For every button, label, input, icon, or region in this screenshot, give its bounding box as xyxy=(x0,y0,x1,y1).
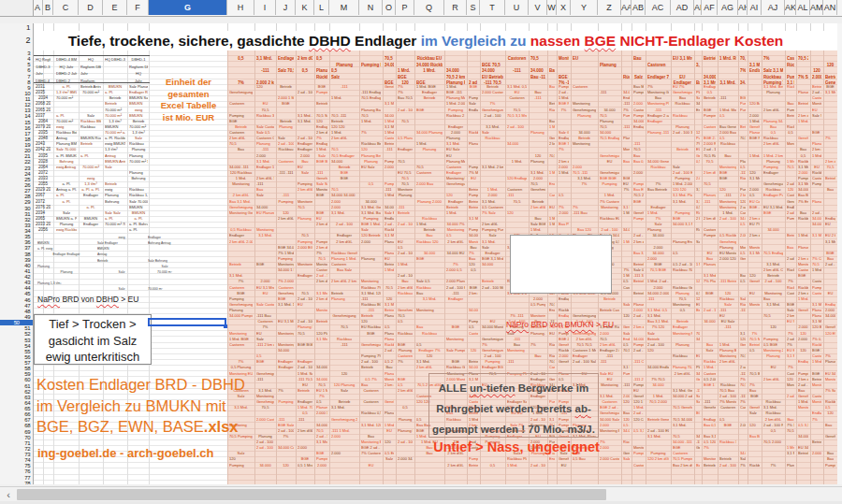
row-header-2[interactable]: 2 xyxy=(2,32,30,50)
select-all-corner[interactable] xyxy=(0,0,34,17)
column-header-AF[interactable]: AF xyxy=(702,0,718,15)
column-header-W[interactable]: W xyxy=(547,0,557,15)
row-header-52[interactable]: 52 xyxy=(2,331,30,337)
row-header-44[interactable]: 44 xyxy=(2,285,30,291)
row-header-58[interactable]: 58 xyxy=(2,366,30,371)
row-header-48[interactable]: 48 xyxy=(2,309,30,314)
column-header-Q[interactable]: Q xyxy=(414,0,444,15)
row-header-59[interactable]: 59 xyxy=(2,371,30,377)
row-header-11[interactable]: 11 xyxy=(2,96,30,102)
column-header-C[interactable]: C xyxy=(53,0,79,15)
column-header-N[interactable]: N xyxy=(359,0,383,15)
row-header-3[interactable]: 3 xyxy=(2,50,30,56)
row-header-13[interactable]: 13 xyxy=(2,108,30,113)
column-header-AE[interactable]: AE xyxy=(694,0,702,15)
column-header-S[interactable]: S xyxy=(467,0,480,15)
fill-handle[interactable] xyxy=(224,324,227,328)
column-header-E[interactable]: E xyxy=(103,0,127,15)
column-header-O[interactable]: O xyxy=(383,0,396,15)
row-header-42[interactable]: 42 xyxy=(2,274,30,280)
row-header-65[interactable]: 65 xyxy=(2,406,30,411)
row-header-6[interactable]: 6 xyxy=(2,67,30,73)
column-header-AB[interactable]: AB xyxy=(632,0,646,15)
column-header-Y[interactable]: Y xyxy=(571,0,598,15)
row-header-29[interactable]: 29 xyxy=(2,199,30,205)
row-header-70[interactable]: 70 xyxy=(2,435,30,440)
row-header-17[interactable]: 17 xyxy=(2,131,30,137)
column-header-X[interactable]: X xyxy=(557,0,571,15)
row-header-34[interactable]: 34 xyxy=(2,228,30,234)
row-header-15[interactable]: 15 xyxy=(2,120,30,125)
scrollbar-thumb[interactable] xyxy=(17,489,606,500)
row-header-57[interactable]: 57 xyxy=(2,360,30,366)
column-header-U[interactable]: U xyxy=(505,0,529,15)
column-header-T[interactable]: T xyxy=(480,0,505,15)
row-header-47[interactable]: 47 xyxy=(2,303,30,309)
column-header-D[interactable]: D xyxy=(79,0,103,15)
row-header-56[interactable]: 56 xyxy=(2,354,30,360)
row-header-20[interactable]: 20 xyxy=(2,148,30,153)
row-header-39[interactable]: 39 xyxy=(2,257,30,263)
row-header-73[interactable]: 73 xyxy=(2,452,30,457)
row-header-14[interactable]: 14 xyxy=(2,113,30,119)
row-header-54[interactable]: 54 xyxy=(2,343,30,349)
column-header-B[interactable]: B xyxy=(43,0,53,15)
row-header-62[interactable]: 62 xyxy=(2,389,30,395)
row-header-43[interactable]: 43 xyxy=(2,280,30,285)
column-header-AM[interactable]: AM xyxy=(810,0,823,15)
row-header-38[interactable]: 38 xyxy=(2,252,30,257)
column-header-AA[interactable]: AA xyxy=(621,0,632,15)
row-header-32[interactable]: 32 xyxy=(2,217,30,223)
row-header-72[interactable]: 72 xyxy=(2,446,30,452)
column-header-F[interactable]: F xyxy=(127,0,149,15)
row-header-53[interactable]: 53 xyxy=(2,338,30,343)
row-header-74[interactable]: 74 xyxy=(2,457,30,463)
row-header-37[interactable]: 37 xyxy=(2,245,30,251)
row-header-12[interactable]: 12 xyxy=(2,102,30,108)
row-header-31[interactable]: 31 xyxy=(2,211,30,217)
row-header-75[interactable]: 75 xyxy=(2,463,30,468)
row-header-7[interactable]: 7 xyxy=(2,74,30,79)
row-header-21[interactable]: 21 xyxy=(2,153,30,159)
row-header-16[interactable]: 16 xyxy=(2,125,30,131)
row-header-36[interactable]: 36 xyxy=(2,239,30,245)
column-header-AN[interactable]: AN xyxy=(823,0,837,15)
row-header-77[interactable]: 77 xyxy=(2,475,30,481)
row-header-8[interactable]: 8 xyxy=(2,79,30,85)
row-header-33[interactable]: 33 xyxy=(2,223,30,228)
row-header-60[interactable]: 60 xyxy=(2,377,30,382)
row-header-40[interactable]: 40 xyxy=(2,263,30,268)
row-header-1[interactable]: 1 xyxy=(2,24,30,32)
row-header-51[interactable]: 51 xyxy=(2,325,30,331)
row-header-71[interactable]: 71 xyxy=(2,440,30,446)
column-header-I[interactable]: I xyxy=(254,0,276,15)
column-header-M[interactable]: M xyxy=(329,0,359,15)
column-header-AC[interactable]: AC xyxy=(646,0,671,15)
column-header-R[interactable]: R xyxy=(444,0,467,15)
column-header-AH[interactable]: AH xyxy=(738,0,748,15)
row-header-23[interactable]: 23 xyxy=(2,166,30,171)
column-header-L[interactable]: L xyxy=(314,0,329,15)
row-header-50[interactable]: 50 xyxy=(0,320,33,325)
row-header-10[interactable]: 10 xyxy=(2,91,30,96)
column-header-AL[interactable]: AL xyxy=(796,0,810,15)
row-header-66[interactable]: 66 xyxy=(2,411,30,417)
column-header-AD[interactable]: AD xyxy=(671,0,694,15)
row-header-55[interactable]: 55 xyxy=(2,349,30,354)
row-header-61[interactable]: 61 xyxy=(2,383,30,389)
column-header-Z[interactable]: Z xyxy=(598,0,621,15)
row-header-24[interactable]: 24 xyxy=(2,171,30,177)
row-header-64[interactable]: 64 xyxy=(2,400,30,406)
row-header-28[interactable]: 28 xyxy=(2,194,30,199)
active-cell-outline[interactable] xyxy=(148,318,226,326)
row-header-26[interactable]: 26 xyxy=(2,182,30,188)
horizontal-scrollbar[interactable]: ‹ xyxy=(0,486,842,502)
column-header-AK[interactable]: AK xyxy=(785,0,796,15)
column-header-H[interactable]: H xyxy=(227,0,254,15)
column-header-K[interactable]: K xyxy=(296,0,314,15)
column-header-P[interactable]: P xyxy=(396,0,414,15)
row-header-30[interactable]: 30 xyxy=(2,206,30,211)
column-header-AI[interactable]: AI xyxy=(748,0,762,15)
row-header-63[interactable]: 63 xyxy=(2,395,30,400)
row-header-19[interactable]: 19 xyxy=(2,142,30,148)
